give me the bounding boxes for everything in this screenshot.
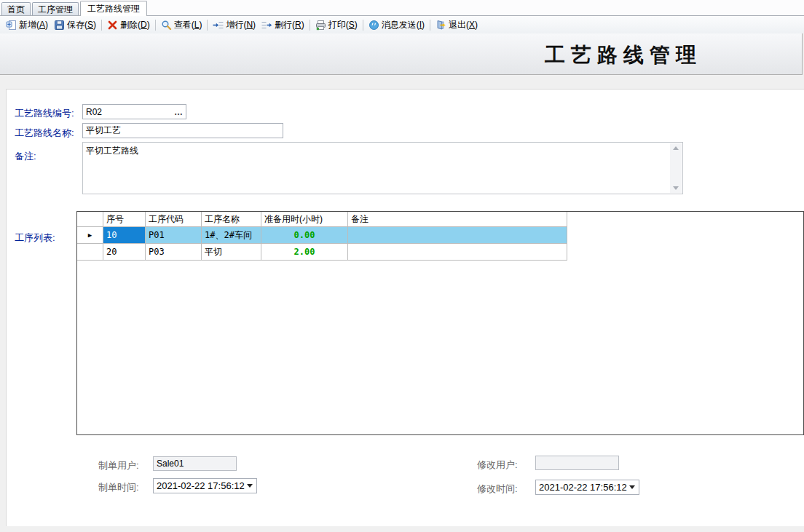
toolbar-button-label: 新增(A) — [19, 19, 48, 31]
remark-value: 平切工艺路线 — [86, 145, 666, 157]
grid-cell[interactable]: 1#、2#车间 — [202, 227, 261, 244]
dropdown-arrow-icon[interactable] — [629, 485, 635, 489]
modify-time-combobox[interactable]: 2021-02-22 17:56:12 — [535, 480, 639, 495]
print-icon — [315, 20, 326, 31]
toolbar-separator — [310, 20, 310, 31]
toolbar-separator — [155, 20, 156, 31]
grid-header-cell[interactable]: 准备用时(小时) — [261, 212, 348, 227]
toolbar-separator — [101, 20, 102, 31]
grid-cell[interactable]: P03 — [146, 244, 202, 261]
add-row-button[interactable]: 增行(N) — [210, 18, 259, 32]
scroll-up-icon[interactable] — [673, 146, 679, 150]
grid-cell[interactable]: P01 — [146, 227, 202, 244]
route-no-value: R02 — [83, 107, 171, 117]
grid-header-cell[interactable]: 序号 — [103, 212, 146, 227]
grid-row[interactable]: 20P03平切2.00 — [77, 244, 803, 261]
modifier-label: 修改用户: — [477, 458, 518, 472]
toolbar-button-label: 查看(L) — [174, 19, 202, 31]
print-button[interactable]: 打印(S) — [312, 18, 360, 32]
toolbar-button-label: 删行(R) — [275, 19, 304, 31]
message-send-icon — [368, 20, 379, 31]
scroll-down-icon[interactable] — [673, 186, 679, 190]
new-icon — [6, 20, 17, 31]
grid-header-cell[interactable]: 备注 — [348, 212, 567, 227]
remark-label: 备注: — [15, 150, 36, 163]
toolbar-separator — [363, 20, 363, 31]
new-button[interactable]: 新增(A) — [3, 18, 51, 32]
route-no-browse-button[interactable]: … — [171, 107, 186, 117]
route-no-input[interactable]: R02 … — [82, 104, 186, 119]
dropdown-arrow-icon[interactable] — [247, 484, 253, 488]
grid-row-filler — [567, 244, 803, 261]
view-button[interactable]: 查看(L) — [158, 18, 205, 32]
grid-header-filler — [567, 212, 803, 227]
current-row-icon: ▶ — [88, 231, 92, 239]
toolbar-button-label: 删除(D) — [120, 19, 150, 31]
create-time-value: 2021-02-22 17:56:12 — [154, 480, 245, 491]
grid-cell[interactable]: 平切 — [202, 244, 261, 261]
grid-cell[interactable]: 2.00 — [261, 244, 348, 261]
process-grid: 序号工序代码工序名称准备用时(小时)备注▶10P011#、2#车间0.0020P… — [76, 211, 804, 435]
toolbar-separator — [207, 20, 208, 31]
route-name-input[interactable]: 平切工艺 — [82, 123, 283, 138]
tab-strip: 首页工序管理工艺路线管理 — [0, 0, 804, 16]
toolbar-button-label: 退出(X) — [449, 19, 478, 31]
toolbar-separator — [430, 20, 430, 31]
grid-row[interactable]: ▶10P011#、2#车间0.00 — [77, 227, 803, 244]
delete-icon — [107, 20, 118, 31]
toolbar-button-label: 消息发送(I) — [382, 19, 425, 31]
exit-icon — [436, 20, 446, 31]
modifier-input[interactable] — [535, 456, 619, 470]
exit-button[interactable]: 退出(X) — [433, 18, 481, 32]
row-indicator-cell[interactable]: ▶ — [77, 227, 103, 244]
add-row-icon — [213, 20, 224, 31]
grid-cell[interactable] — [348, 227, 567, 244]
grid-cell[interactable] — [348, 244, 567, 261]
toolbar: 新增(A)保存(S)删除(D)查看(L)增行(N)删行(R)打印(S)消息发送(… — [0, 16, 804, 33]
grid-cell[interactable]: 0.00 — [261, 227, 348, 244]
tab-home[interactable]: 首页 — [1, 2, 31, 15]
view-icon — [161, 20, 172, 31]
route-name-label: 工艺路线名称: — [15, 127, 74, 140]
grid-cell-selected[interactable]: 10 — [103, 227, 146, 244]
page-title: 工艺路线管理 — [545, 41, 702, 69]
remark-scrollbar[interactable] — [670, 143, 682, 193]
tab-route-management[interactable]: 工艺路线管理 — [80, 1, 147, 16]
route-name-value: 平切工艺 — [83, 124, 283, 137]
modify-time-value: 2021-02-22 17:56:12 — [536, 482, 628, 493]
create-time-combobox[interactable]: 2021-02-22 17:56:12 — [153, 478, 257, 493]
save-button[interactable]: 保存(S) — [51, 18, 99, 32]
tab-process-management[interactable]: 工序管理 — [32, 2, 79, 15]
delete-row-icon — [261, 20, 272, 31]
save-icon — [54, 20, 65, 31]
process-list-label: 工序列表: — [15, 231, 55, 245]
toolbar-button-label: 打印(S) — [328, 19, 358, 31]
delete-row-button[interactable]: 删行(R) — [259, 18, 307, 32]
route-no-label: 工艺路线编号: — [15, 107, 74, 120]
grid-header-cell[interactable]: 工序名称 — [202, 212, 261, 227]
remark-textarea[interactable]: 平切工艺路线 — [82, 142, 683, 194]
grid-cell[interactable]: 20 — [103, 244, 146, 261]
creator-input[interactable]: Sale01 — [153, 456, 237, 471]
row-indicator-header-cell — [77, 212, 103, 227]
toolbar-button-label: 保存(S) — [67, 19, 96, 31]
row-indicator-cell[interactable] — [77, 244, 103, 261]
modify-time-label: 修改时间: — [477, 483, 518, 496]
message-send-button[interactable]: 消息发送(I) — [366, 18, 427, 32]
creator-value: Sale01 — [154, 458, 236, 469]
delete-button[interactable]: 删除(D) — [104, 18, 153, 32]
grid-row-filler — [567, 227, 803, 244]
toolbar-button-label: 增行(N) — [226, 19, 256, 31]
creator-label: 制单用户: — [98, 459, 139, 472]
create-time-label: 制单时间: — [98, 481, 139, 494]
grid-header-row: 序号工序代码工序名称准备用时(小时)备注 — [77, 212, 803, 227]
grid-header-cell[interactable]: 工序代码 — [146, 212, 202, 227]
